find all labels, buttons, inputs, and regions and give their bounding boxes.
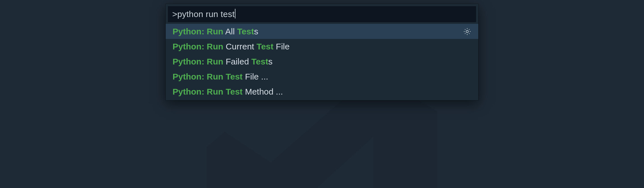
command-palette-item-label: Python: Run Failed Tests	[173, 57, 272, 66]
gear-icon[interactable]	[463, 27, 471, 36]
command-palette-results: Python: Run All Tests Python: Run Curren…	[166, 24, 478, 100]
command-palette-item-label: Python: Run Test Method ...	[173, 87, 283, 96]
command-palette-item[interactable]: Python: Run Test Method ...	[166, 84, 478, 99]
command-palette-item[interactable]: Python: Run Current Test File	[166, 39, 478, 54]
command-palette-item-label: Python: Run Current Test File	[173, 42, 290, 51]
command-palette-item-label: Python: Run All Tests	[173, 27, 258, 36]
command-palette-input-value: python run test	[177, 9, 235, 19]
command-palette-item[interactable]: Python: Run Test File ...	[166, 69, 478, 84]
command-palette-input[interactable]: >python run test	[168, 6, 476, 22]
command-palette-item-label: Python: Run Test File ...	[173, 72, 268, 81]
command-palette-item[interactable]: Python: Run All Tests	[166, 24, 478, 39]
command-palette-input-prefix: >	[172, 9, 177, 19]
command-palette: >python run test Python: Run All Tests P…	[166, 4, 478, 100]
command-palette-item[interactable]: Python: Run Failed Tests	[166, 54, 478, 69]
command-palette-search-row: >python run test	[166, 4, 478, 24]
svg-point-0	[466, 30, 468, 33]
text-cursor	[235, 9, 235, 18]
